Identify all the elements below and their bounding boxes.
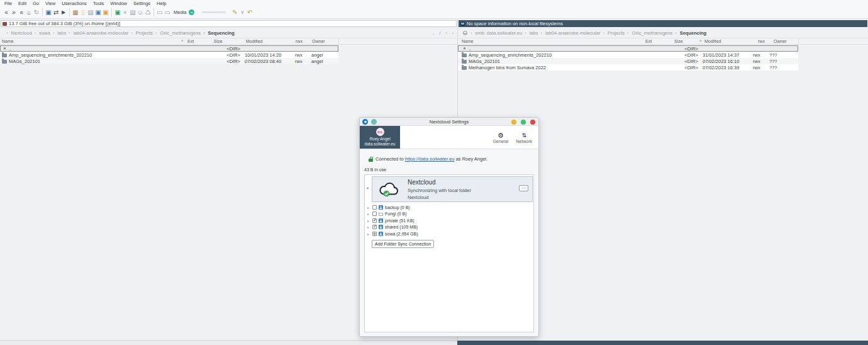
server-link[interactable]: https://data.soilwater.eu <box>405 156 455 162</box>
column-owner[interactable]: Owner <box>312 39 325 43</box>
collapse-caret-icon[interactable]: ▾ <box>367 186 369 190</box>
column-size[interactable]: Size <box>674 39 683 43</box>
breadcrumb-item[interactable]: sowa <box>33 30 52 36</box>
root-button[interactable]: / <box>439 31 440 35</box>
table-row[interactable]: Amp_sequencing_enrichments_202210 <DIR> … <box>458 52 798 58</box>
tab-general[interactable]: ⚙ General <box>492 132 508 144</box>
user-icon[interactable]: ☺ <box>136 9 144 16</box>
menu-settings[interactable]: Settings <box>130 1 153 6</box>
menu-file[interactable]: File <box>1 1 15 6</box>
breadcrumb-item[interactable]: labs <box>52 30 67 36</box>
breadcrumb-item[interactable]: Projects <box>130 30 154 36</box>
column-name[interactable]: Name <box>2 39 14 43</box>
table-row-updir[interactable]: .. <DIR> <box>0 45 338 52</box>
column-ext[interactable]: Ext <box>187 39 194 43</box>
image-viewer-icon[interactable]: ▦ <box>72 9 79 16</box>
breadcrumb-item[interactable]: lab04-anaerobe-molecular <box>67 30 130 36</box>
column-ext[interactable]: Ext <box>645 39 652 43</box>
forward-icon[interactable]: » <box>10 9 18 16</box>
folder-move-icon[interactable]: ▤ <box>129 9 136 16</box>
expand-arrow-icon[interactable]: ▸ <box>367 218 370 223</box>
media-play-icon[interactable]: = <box>189 9 194 15</box>
table-row[interactable]: MAGs_202101 <DIR> 07/02/2023 08:40 rwx a… <box>0 58 338 64</box>
cleanup-dropdown-icon[interactable]: ∨ <box>238 9 246 16</box>
menu-help[interactable]: Help <box>153 1 169 6</box>
undo-icon[interactable]: ↶ <box>246 9 253 16</box>
tree-item-shared[interactable]: ▸ shared (105 MB) <box>367 224 531 231</box>
checkbox-partial[interactable] <box>372 232 377 236</box>
close-button[interactable] <box>530 120 535 125</box>
checkbox-checked[interactable] <box>372 225 377 229</box>
add-folder-sync-button[interactable]: Add Folder Sync Connection <box>372 240 434 248</box>
sync-dirs-icon[interactable]: ▣ <box>114 9 121 16</box>
breadcrumb-item[interactable]: Nextcloud <box>5 30 33 36</box>
menu-view[interactable]: View <box>42 1 58 6</box>
tree-item-backup[interactable]: ▸ backup (0 B) <box>367 204 531 211</box>
expand-arrow-icon[interactable]: ▸ <box>367 205 370 210</box>
clipboard-icon[interactable]: ▤ <box>87 9 94 16</box>
expand-arrow-icon[interactable]: ▸ <box>367 212 370 216</box>
breadcrumb-item[interactable]: Oxic_methanogens <box>626 30 674 36</box>
checkbox[interactable] <box>372 205 377 210</box>
maximize-button[interactable] <box>521 120 526 125</box>
swap-panels-icon[interactable]: ⇄ <box>52 9 60 16</box>
trash-icon[interactable]: ♺ <box>144 9 152 16</box>
tree-item-private[interactable]: ▸ private (51 KB) <box>367 217 531 224</box>
breadcrumb-item[interactable]: Oxic_methanogens <box>154 30 202 36</box>
media-slider[interactable] <box>202 11 226 13</box>
column-name[interactable]: Name <box>462 39 474 43</box>
expand-arrow-icon[interactable]: ▸ <box>367 225 370 229</box>
cleanup-icon[interactable]: ✎ <box>231 9 238 16</box>
checkbox-checked[interactable] <box>372 218 377 223</box>
dialog-titlebar[interactable]: Nextcloud Settings <box>360 118 538 126</box>
column-owner[interactable]: Owner <box>774 39 787 43</box>
column-modified[interactable]: Modified <box>246 39 262 43</box>
home-button[interactable]: ~ <box>445 31 447 35</box>
column-size[interactable]: Size <box>214 39 223 43</box>
menu-go[interactable]: Go <box>30 1 42 6</box>
tab-network[interactable]: ⇅ Network <box>516 132 532 144</box>
equal-panels-icon[interactable]: ▣ <box>45 9 52 16</box>
home-icon[interactable]: ⌂ <box>25 9 33 16</box>
checkbox[interactable] <box>372 212 377 216</box>
tree-item-fungi[interactable]: ▸ Fungi (0 B) <box>367 211 531 218</box>
table-row-updir[interactable]: .. <DIR> <box>458 45 798 52</box>
breadcrumb-item[interactable]: labs <box>523 30 539 36</box>
toggle-a-icon[interactable]: ▭ <box>156 9 164 16</box>
back-icon[interactable]: « <box>3 9 10 16</box>
table-row[interactable]: Methanogen bins from Sumava 2022 <DIR> 0… <box>458 64 798 71</box>
sync-options-button[interactable]: ⋯ <box>519 185 528 191</box>
menu-useractions[interactable]: Useractions <box>58 1 90 6</box>
sync-folder-tile[interactable]: Nextcloud Synchronizing with local folde… <box>372 176 533 202</box>
breadcrumb-item-current[interactable]: Sequencing <box>674 30 708 36</box>
expand-arrow-icon[interactable]: ▸ <box>367 232 370 236</box>
copy-folder-icon[interactable]: ▣ <box>94 9 102 16</box>
menu-window[interactable]: Window <box>107 1 130 6</box>
new-file-icon[interactable]: ▯ <box>79 9 87 16</box>
sync-dropdown-icon[interactable]: ∨ <box>121 9 129 16</box>
account-tab[interactable]: RA Roey Angel data.soilwater.eu <box>360 126 400 149</box>
menu-tools[interactable]: Tools <box>90 1 108 6</box>
up-icon[interactable]: « <box>18 9 25 16</box>
up-dir-icon <box>462 46 467 51</box>
column-rwx[interactable]: rwx <box>758 39 765 43</box>
menu-edit[interactable]: Edit <box>15 1 30 6</box>
breadcrumb-item-current[interactable]: Sequencing <box>202 30 236 36</box>
tree-item-sowa[interactable]: ▸ sowa (2,954 GB) <box>367 230 531 237</box>
table-row[interactable]: Amp_sequencing_enrichments_202210 <DIR> … <box>0 52 338 58</box>
minimize-button[interactable] <box>511 120 516 125</box>
column-rwx[interactable]: rwx <box>296 39 303 43</box>
run-icon[interactable]: ▶ <box>60 9 67 16</box>
left-disk-status[interactable]: 13.7 GiB free out of 384.3 GiB (3%) on /… <box>1 20 457 27</box>
refresh-icon[interactable]: ↻ <box>33 9 40 16</box>
right-disk-status[interactable]: No space information on non-local filesy… <box>459 20 867 27</box>
sidebar-button[interactable]: ▫ <box>452 31 453 35</box>
toggle-b-icon[interactable]: ▭ <box>164 9 171 16</box>
table-row[interactable]: MAGs_202101 <DIR> 07/02/2023 16:10 rwx ?… <box>458 58 798 64</box>
column-modified[interactable]: Modified <box>704 39 721 43</box>
breadcrumb-item[interactable]: lab04-anaerobe-molecular <box>539 30 601 36</box>
breadcrumb-item[interactable]: smb: data.soilwater.eu <box>469 30 523 36</box>
move-folder-icon[interactable]: ▣ <box>102 9 109 16</box>
updir-button[interactable]: .. <box>433 31 435 35</box>
breadcrumb-item[interactable]: Projects <box>601 30 626 36</box>
